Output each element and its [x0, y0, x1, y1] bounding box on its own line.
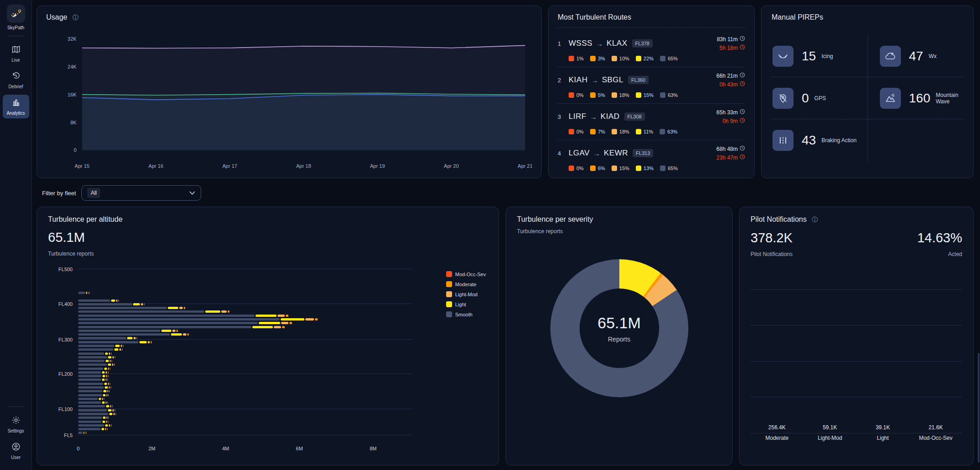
severity-color-swatch — [660, 56, 666, 61]
altitude-y-tick: FL300 — [59, 337, 73, 342]
bar-value-label: 39.1K — [876, 424, 890, 431]
skypath-logo-icon[interactable] — [7, 5, 25, 23]
altitude-bar-segment-light — [104, 383, 107, 385]
altitude-x-tick: 6M — [296, 446, 303, 451]
legend-item-light-mod[interactable]: Light-Mod — [446, 291, 486, 297]
altitude-bar-segment-moderate — [107, 401, 108, 404]
route-turbulence-time: 5h 18m — [717, 44, 745, 51]
legend-item-smooth[interactable]: Smooth — [446, 311, 486, 317]
turbulence-altitude-panel: Turbulence per altitude 65.1M Turbulence… — [37, 207, 499, 465]
pirep-label: Icing — [821, 53, 833, 59]
info-icon[interactable]: ⓘ — [73, 14, 79, 21]
altitude-bar-segment-light — [104, 368, 107, 370]
sidebar-item-user[interactable]: User — [3, 439, 29, 463]
legend-item-light[interactable]: Light — [446, 301, 486, 307]
altitude-x-tick: 0 — [77, 446, 80, 451]
route-destination: KLAX — [607, 39, 627, 48]
route-row-LGAV-KEWR[interactable]: 4LGAV→KEWRFL31368h 48m23h 47m0%6%15%13%6… — [558, 140, 745, 176]
altitude-bar-segment-light-mod — [172, 330, 176, 332]
sidebar: SkyPath LiveDebriefAnalytics SettingsUse… — [0, 0, 32, 470]
altitude-bar — [78, 390, 110, 392]
bar-category-label: Light — [858, 435, 908, 441]
altitude-bar-segment-light-mod — [305, 318, 314, 320]
altitude-bar-segment-light — [252, 326, 273, 328]
route-flight-time: 83h 11m — [717, 36, 745, 43]
altitude-total: 65.1M — [48, 230, 488, 245]
altitude-bar-segment-light-mod — [106, 421, 107, 423]
bar-category-label: Light-Mod — [805, 435, 855, 441]
altitude-bar-segment-light — [168, 307, 178, 309]
severity-color-swatch — [590, 56, 596, 61]
altitude-bar — [78, 386, 111, 389]
severity-color-swatch — [660, 166, 666, 171]
sidebar-item-analytics[interactable]: Analytics — [3, 95, 29, 118]
altitude-bar-segment-light — [108, 363, 112, 366]
altitude-bar-segment-smooth — [78, 307, 167, 309]
wx-icon — [880, 46, 901, 67]
altitude-bar-segment-smooth — [78, 310, 204, 313]
altitude-bar-segment-smooth — [78, 341, 138, 343]
pirep-count: 43 — [802, 133, 816, 148]
scrollbar-thumb[interactable] — [978, 353, 980, 463]
severity-pct-chip: 22% — [636, 56, 654, 61]
altitude-bar-segment-light-mod — [281, 322, 289, 324]
pirep-item-icing: 15Icing — [772, 35, 868, 77]
notification-bar-light-mod: 59.1K — [805, 424, 855, 433]
altitude-bar-segment-smooth — [78, 383, 103, 385]
severity-color-swatch — [660, 92, 666, 98]
altitude-bar-segment-moderate — [151, 341, 152, 343]
svg-text:Apr 15: Apr 15 — [75, 163, 90, 168]
route-destination: KEWR — [604, 149, 628, 158]
altitude-bar-segment-smooth — [78, 379, 101, 381]
pireps-title: Manual PIREPs — [772, 13, 963, 21]
sidebar-item-settings[interactable]: Settings — [3, 412, 29, 436]
altitude-bar-segment-moderate — [109, 390, 110, 392]
severity-color-swatch — [590, 166, 596, 171]
notification-bar-light: 39.1K — [858, 424, 908, 433]
legend-item-moderate[interactable]: Moderate — [446, 281, 486, 287]
svg-text:24K: 24K — [68, 64, 77, 69]
altitude-bar-segment-moderate — [315, 318, 318, 320]
altitude-bar-segment-moderate — [114, 363, 115, 366]
altitude-bar-segment-smooth — [78, 330, 160, 332]
flight-level-badge: FL313 — [633, 149, 653, 157]
altitude-bar-segment-light — [139, 341, 147, 343]
route-row-LIRF-KIAD[interactable]: 3LIRF→KIADFL30865h 33m0h 9m0%7%18%11%63% — [558, 104, 745, 140]
altitude-bar — [78, 307, 185, 309]
altitude-bar — [78, 292, 89, 294]
svg-text:0: 0 — [74, 147, 76, 153]
route-turbulence-time: 0h 9m — [716, 118, 745, 124]
route-destination: SBGL — [602, 75, 623, 85]
sidebar-item-debrief[interactable]: Debrief — [3, 68, 29, 92]
sidebar-item-live[interactable]: Live — [3, 42, 29, 65]
clock-icon — [740, 155, 745, 161]
legend-color-swatch — [446, 291, 452, 297]
altitude-bar-segment-smooth — [78, 345, 114, 347]
arrow-right-icon: → — [590, 113, 597, 121]
altitude-y-tick: FL500 — [59, 267, 73, 272]
route-row-WSSS-KLAX[interactable]: 1WSSS→KLAXFL37883h 11m5h 18m1%3%10%22%65… — [558, 31, 745, 67]
altitude-bar-segment-light-mod — [106, 379, 107, 381]
altitude-bar-segment-moderate — [187, 333, 189, 336]
altitude-bar — [78, 379, 108, 381]
usage-title: Usage — [46, 13, 67, 21]
altitude-gridline: FL200 — [78, 374, 412, 374]
altitude-bar — [78, 371, 108, 374]
severity-pct-chip: 13% — [636, 166, 654, 171]
legend-item-mod-occ-sev[interactable]: Mod-Occ-Sev — [446, 271, 486, 277]
notifications-bar-chart: 256.4K59.1K39.1K21.6K ModerateLight-ModL… — [751, 285, 962, 441]
altitude-bar-segment-light — [105, 424, 108, 427]
altitude-bar-segment-light-mod — [105, 428, 106, 430]
arrow-right-icon: → — [593, 150, 600, 157]
user-icon — [11, 442, 21, 453]
altitude-bar-segment-smooth — [78, 360, 105, 362]
severity-pct-chip: 65% — [660, 56, 678, 61]
fleet-filter-select[interactable]: All — [81, 185, 201, 201]
route-row-KIAH-SBGL[interactable]: 2KIAH→SBGLFL36066h 21m0h 43m0%5%18%15%63… — [558, 67, 745, 104]
altitude-bar-segment-light-mod — [107, 394, 107, 396]
severity-subtitle: Turbulence reports — [517, 228, 721, 235]
altitude-bar-segment-light — [256, 315, 277, 317]
info-icon[interactable]: ⓘ — [812, 216, 818, 223]
altitude-bar — [78, 345, 123, 347]
notification-bar-moderate: 256.4K — [752, 424, 802, 433]
